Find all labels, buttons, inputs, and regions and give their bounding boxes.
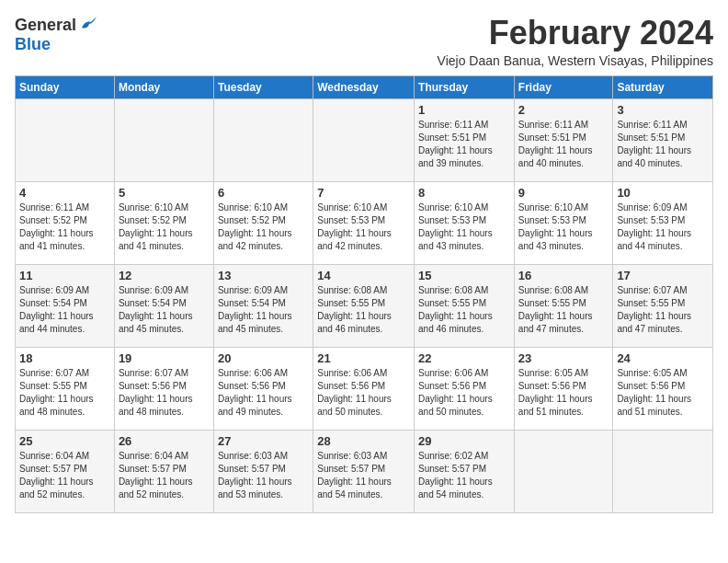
calendar-cell — [213, 98, 313, 181]
month-title: February 2024 — [438, 15, 713, 52]
day-number: 19 — [119, 351, 210, 365]
day-number: 28 — [317, 434, 410, 448]
day-info: Sunrise: 6:11 AM Sunset: 5:52 PM Dayligh… — [19, 201, 110, 253]
calendar-cell: 9Sunrise: 6:10 AM Sunset: 5:53 PM Daylig… — [514, 181, 613, 264]
day-info: Sunrise: 6:10 AM Sunset: 5:53 PM Dayligh… — [518, 201, 609, 253]
day-number: 5 — [119, 186, 210, 200]
calendar-header-thursday: Thursday — [415, 75, 515, 98]
calendar-week-row: 1Sunrise: 6:11 AM Sunset: 5:51 PM Daylig… — [16, 98, 713, 181]
day-info: Sunrise: 6:11 AM Sunset: 5:51 PM Dayligh… — [418, 119, 510, 170]
day-info: Sunrise: 6:05 AM Sunset: 5:56 PM Dayligh… — [617, 367, 709, 419]
calendar-header-saturday: Saturday — [613, 75, 713, 98]
day-number: 27 — [218, 434, 309, 448]
calendar-header-sunday: Sunday — [16, 75, 115, 98]
day-info: Sunrise: 6:10 AM Sunset: 5:53 PM Dayligh… — [317, 201, 410, 253]
day-info: Sunrise: 6:03 AM Sunset: 5:57 PM Dayligh… — [317, 450, 410, 501]
day-info: Sunrise: 6:09 AM Sunset: 5:53 PM Dayligh… — [617, 201, 709, 253]
calendar-cell: 12Sunrise: 6:09 AM Sunset: 5:54 PM Dayli… — [114, 264, 213, 347]
day-info: Sunrise: 6:06 AM Sunset: 5:56 PM Dayligh… — [418, 367, 510, 419]
day-number: 6 — [218, 186, 309, 200]
day-number: 26 — [119, 434, 210, 448]
day-number: 23 — [518, 351, 609, 365]
logo-bird-icon — [78, 15, 98, 35]
calendar-cell: 20Sunrise: 6:06 AM Sunset: 5:56 PM Dayli… — [213, 347, 313, 430]
calendar-cell: 22Sunrise: 6:06 AM Sunset: 5:56 PM Dayli… — [415, 347, 515, 430]
calendar-cell: 7Sunrise: 6:10 AM Sunset: 5:53 PM Daylig… — [313, 181, 415, 264]
day-number: 10 — [617, 186, 709, 200]
calendar-cell — [613, 430, 713, 512]
day-number: 2 — [518, 103, 609, 117]
calendar-cell: 19Sunrise: 6:07 AM Sunset: 5:56 PM Dayli… — [114, 347, 213, 430]
day-info: Sunrise: 6:10 AM Sunset: 5:52 PM Dayligh… — [119, 201, 210, 253]
day-info: Sunrise: 6:05 AM Sunset: 5:56 PM Dayligh… — [518, 367, 609, 419]
day-number: 22 — [418, 351, 510, 365]
calendar-cell: 16Sunrise: 6:08 AM Sunset: 5:55 PM Dayli… — [514, 264, 613, 347]
day-number: 21 — [317, 351, 410, 365]
day-info: Sunrise: 6:10 AM Sunset: 5:52 PM Dayligh… — [218, 201, 309, 253]
calendar-cell: 18Sunrise: 6:07 AM Sunset: 5:55 PM Dayli… — [16, 347, 115, 430]
calendar-cell: 2Sunrise: 6:11 AM Sunset: 5:51 PM Daylig… — [514, 98, 613, 181]
location-subtitle: Viejo Daan Banua, Western Visayas, Phili… — [438, 53, 713, 68]
calendar-cell — [114, 98, 213, 181]
day-number: 15 — [418, 269, 510, 282]
day-info: Sunrise: 6:11 AM Sunset: 5:51 PM Dayligh… — [518, 119, 609, 170]
calendar-cell: 3Sunrise: 6:11 AM Sunset: 5:51 PM Daylig… — [613, 98, 713, 181]
calendar-header-wednesday: Wednesday — [313, 75, 415, 98]
day-info: Sunrise: 6:07 AM Sunset: 5:55 PM Dayligh… — [19, 367, 110, 419]
day-info: Sunrise: 6:08 AM Sunset: 5:55 PM Dayligh… — [418, 284, 510, 336]
calendar-cell: 27Sunrise: 6:03 AM Sunset: 5:57 PM Dayli… — [213, 430, 313, 512]
calendar-cell: 24Sunrise: 6:05 AM Sunset: 5:56 PM Dayli… — [613, 347, 713, 430]
title-area: February 2024 Viejo Daan Banua, Western … — [438, 15, 713, 68]
calendar-header-row: SundayMondayTuesdayWednesdayThursdayFrid… — [16, 75, 713, 98]
day-number: 11 — [19, 269, 110, 282]
calendar-cell: 14Sunrise: 6:08 AM Sunset: 5:55 PM Dayli… — [313, 264, 415, 347]
calendar-cell: 23Sunrise: 6:05 AM Sunset: 5:56 PM Dayli… — [514, 347, 613, 430]
day-info: Sunrise: 6:04 AM Sunset: 5:57 PM Dayligh… — [19, 450, 110, 501]
day-number: 9 — [518, 186, 609, 200]
logo-general-text: General — [15, 16, 76, 35]
calendar-cell: 6Sunrise: 6:10 AM Sunset: 5:52 PM Daylig… — [213, 181, 313, 264]
day-info: Sunrise: 6:02 AM Sunset: 5:57 PM Dayligh… — [418, 450, 510, 501]
day-info: Sunrise: 6:09 AM Sunset: 5:54 PM Dayligh… — [19, 284, 110, 336]
calendar-cell: 28Sunrise: 6:03 AM Sunset: 5:57 PM Dayli… — [313, 430, 415, 512]
day-number: 17 — [617, 269, 709, 282]
calendar-cell: 5Sunrise: 6:10 AM Sunset: 5:52 PM Daylig… — [114, 181, 213, 264]
day-number: 12 — [119, 269, 210, 282]
page-header: General Blue February 2024 Viejo Daan Ba… — [15, 15, 713, 68]
day-info: Sunrise: 6:11 AM Sunset: 5:51 PM Dayligh… — [617, 119, 709, 170]
calendar-header-tuesday: Tuesday — [213, 75, 313, 98]
calendar-header-monday: Monday — [114, 75, 213, 98]
day-number: 20 — [218, 351, 309, 365]
day-number: 14 — [317, 269, 410, 282]
calendar-cell: 13Sunrise: 6:09 AM Sunset: 5:54 PM Dayli… — [213, 264, 313, 347]
day-info: Sunrise: 6:06 AM Sunset: 5:56 PM Dayligh… — [317, 367, 410, 419]
calendar-week-row: 4Sunrise: 6:11 AM Sunset: 5:52 PM Daylig… — [16, 181, 713, 264]
calendar-cell — [514, 430, 613, 512]
logo: General Blue — [15, 15, 98, 54]
day-info: Sunrise: 6:03 AM Sunset: 5:57 PM Dayligh… — [218, 450, 309, 501]
calendar-cell: 8Sunrise: 6:10 AM Sunset: 5:53 PM Daylig… — [415, 181, 515, 264]
day-number: 16 — [518, 269, 609, 282]
calendar-cell: 29Sunrise: 6:02 AM Sunset: 5:57 PM Dayli… — [415, 430, 515, 512]
day-number: 8 — [418, 186, 510, 200]
day-info: Sunrise: 6:06 AM Sunset: 5:56 PM Dayligh… — [218, 367, 309, 419]
day-info: Sunrise: 6:08 AM Sunset: 5:55 PM Dayligh… — [518, 284, 609, 336]
calendar-week-row: 18Sunrise: 6:07 AM Sunset: 5:55 PM Dayli… — [16, 347, 713, 430]
day-number: 24 — [617, 351, 709, 365]
logo-blue-text: Blue — [15, 35, 51, 54]
calendar-cell — [313, 98, 415, 181]
calendar-table: SundayMondayTuesdayWednesdayThursdayFrid… — [15, 75, 713, 513]
calendar-week-row: 25Sunrise: 6:04 AM Sunset: 5:57 PM Dayli… — [16, 430, 713, 512]
day-info: Sunrise: 6:09 AM Sunset: 5:54 PM Dayligh… — [119, 284, 210, 336]
day-info: Sunrise: 6:07 AM Sunset: 5:55 PM Dayligh… — [617, 284, 709, 336]
day-number: 18 — [19, 351, 110, 365]
day-number: 3 — [617, 103, 709, 117]
day-number: 1 — [418, 103, 510, 117]
day-number: 4 — [19, 186, 110, 200]
day-info: Sunrise: 6:10 AM Sunset: 5:53 PM Dayligh… — [418, 201, 510, 253]
calendar-header-friday: Friday — [514, 75, 613, 98]
calendar-cell: 1Sunrise: 6:11 AM Sunset: 5:51 PM Daylig… — [415, 98, 515, 181]
day-number: 25 — [19, 434, 110, 448]
day-number: 13 — [218, 269, 309, 282]
day-info: Sunrise: 6:09 AM Sunset: 5:54 PM Dayligh… — [218, 284, 309, 336]
